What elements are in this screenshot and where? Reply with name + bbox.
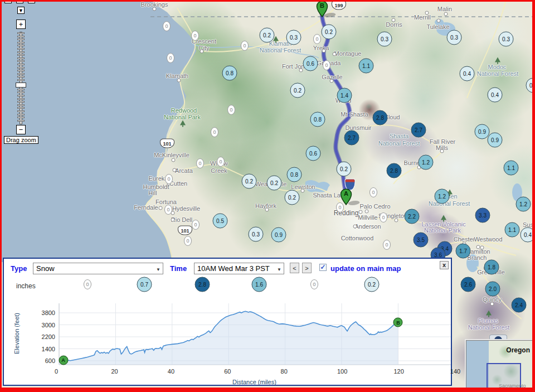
weather-bubble[interactable]: 0 <box>383 240 391 250</box>
close-icon[interactable]: x <box>440 261 449 269</box>
weather-bubble[interactable]: 0 <box>380 212 387 222</box>
map-label: Merrill <box>414 14 431 21</box>
weather-bubble[interactable]: 1.4 <box>337 88 352 103</box>
weather-bubble[interactable]: 1.1 <box>359 59 374 74</box>
x-tick-label: 120 <box>393 368 403 375</box>
map-label: Arcata <box>175 167 193 174</box>
forest-tree-icon <box>495 57 500 62</box>
weather-bubble[interactable]: 0.3 <box>249 227 264 242</box>
town-dot <box>177 79 181 83</box>
weather-bubble[interactable]: 0 <box>163 21 171 31</box>
weather-bubble[interactable]: 0.3 <box>447 30 462 45</box>
us-route-shield: 101 <box>178 226 192 235</box>
x-tick-label: 0 <box>55 368 58 375</box>
weather-bubble[interactable]: 3.5 <box>414 233 429 248</box>
type-dropdown[interactable]: Snow ▼ <box>33 263 163 274</box>
weather-bubble[interactable]: 0.6 <box>303 56 318 71</box>
weather-bubble[interactable]: 0 <box>313 34 321 44</box>
weather-bubble[interactable]: 0 <box>167 53 174 63</box>
weather-bubble[interactable]: 2.2 <box>405 209 420 224</box>
map-label: National Forest <box>260 47 301 54</box>
weather-bubble[interactable]: 0.2 <box>285 190 300 205</box>
zoom-in-button[interactable]: + <box>16 20 26 29</box>
weather-bubble[interactable]: 0.6 <box>306 146 321 161</box>
zoom-tick <box>17 95 25 96</box>
weather-bubble[interactable]: 0 <box>184 236 192 246</box>
zoom-slider-handle[interactable] <box>16 83 26 88</box>
x-tick-label: 100 <box>337 368 347 375</box>
weather-bubble[interactable]: 1.1 <box>505 222 520 238</box>
weather-bubble[interactable]: 1.2 <box>419 155 434 170</box>
weather-bubble[interactable]: 0 <box>196 158 204 168</box>
town-dot <box>265 208 269 212</box>
elevation-area <box>59 311 398 365</box>
weather-bubble[interactable]: 0 <box>192 220 200 230</box>
weather-bubble[interactable]: 0 <box>164 205 172 215</box>
zoom-tick <box>17 54 25 56</box>
town-dot <box>437 19 441 23</box>
weather-bubble[interactable]: 0 <box>241 41 249 51</box>
weather-bubble[interactable]: 0.2 <box>290 83 305 98</box>
update-checkbox[interactable]: ✓ <box>319 264 327 271</box>
weather-bubble[interactable]: 2.8 <box>373 110 388 125</box>
y-tick-label: 3000 <box>38 322 55 328</box>
weather-bubble[interactable]: 1.2 <box>516 197 531 212</box>
town-dot <box>444 12 448 16</box>
chart-marker-B: B <box>393 318 403 327</box>
weather-bubble[interactable]: 0.2 <box>322 25 337 40</box>
weather-bubble[interactable]: 2.0 <box>485 282 500 297</box>
route-marker-A[interactable]: A <box>340 188 352 205</box>
town-dot <box>425 11 429 15</box>
weather-bubble[interactable]: 3.3 <box>475 208 490 223</box>
weather-bubble[interactable]: 0 <box>211 127 218 137</box>
weather-bubble[interactable]: 2.7 <box>411 123 426 138</box>
weather-bubble[interactable]: 0.2 <box>337 162 352 177</box>
route-marker-B[interactable]: B <box>316 1 328 17</box>
weather-bubble[interactable]: 0.2 <box>267 176 282 191</box>
weather-bubble[interactable]: 0.2 <box>260 28 275 43</box>
weather-bubble[interactable]: 1.1 <box>504 161 519 176</box>
zoom-tick <box>17 67 25 69</box>
weather-bubble[interactable]: 0.8 <box>222 66 237 81</box>
weather-bubble[interactable]: 2.6 <box>461 277 476 292</box>
zoom-tick <box>17 89 25 90</box>
weather-bubble[interactable]: 0.3 <box>286 30 301 45</box>
town-dot <box>153 7 157 11</box>
weather-bubble[interactable]: 0.4 <box>488 88 503 103</box>
weather-bubble[interactable]: 0.3 <box>377 32 392 47</box>
weather-bubble[interactable]: 2.4 <box>512 298 527 313</box>
weather-bubble[interactable]: 0.8 <box>287 167 302 182</box>
weather-bubble[interactable]: 0.4 <box>460 66 475 81</box>
zoom-tick <box>17 120 25 122</box>
weather-bubble[interactable]: 2.7 <box>344 130 359 146</box>
time-next-button[interactable]: > <box>302 263 312 273</box>
weather-bubble[interactable]: 0 <box>217 157 225 167</box>
weather-bubble[interactable]: 0 <box>323 60 330 70</box>
weather-bubble[interactable]: 0.8 <box>310 112 325 127</box>
weather-bubble[interactable]: 0.3 <box>499 32 514 47</box>
weather-bubble[interactable]: 0.2 <box>242 174 257 189</box>
map-label: National Forest <box>429 200 470 207</box>
weather-bubble[interactable]: 0 <box>165 174 173 184</box>
weather-bubble[interactable]: 1.7 <box>456 244 471 259</box>
town-dot <box>173 168 177 172</box>
zoom-out-button[interactable]: − <box>16 125 26 134</box>
legend-circle: 0.2 <box>364 277 380 292</box>
weather-bubble[interactable]: 0.9 <box>488 133 503 148</box>
forest-tree-icon <box>486 311 492 316</box>
weather-bubble[interactable]: 0 <box>191 31 199 41</box>
weather-bubble[interactable]: 0 <box>227 105 235 115</box>
time-dropdown[interactable]: 10AM Wed Mar 3 PST ▼ <box>194 263 284 274</box>
weather-bubble[interactable]: 1.8 <box>484 260 499 275</box>
zoom-tick <box>17 98 25 100</box>
weather-bubble[interactable]: 1.2 <box>435 189 450 204</box>
overview-minimap[interactable]: Oregon Sacramento <box>466 340 534 389</box>
pan-down-button[interactable]: ▼ <box>17 7 25 14</box>
legend-circle: 0 <box>84 279 91 289</box>
weather-bubble[interactable]: 0.5 <box>213 214 228 229</box>
weather-bubble[interactable]: 2.8 <box>387 163 402 178</box>
town-dot <box>359 210 363 214</box>
weather-bubble[interactable]: 0 <box>369 187 377 197</box>
time-prev-button[interactable]: < <box>290 263 299 273</box>
weather-bubble[interactable]: 0.9 <box>271 228 286 243</box>
